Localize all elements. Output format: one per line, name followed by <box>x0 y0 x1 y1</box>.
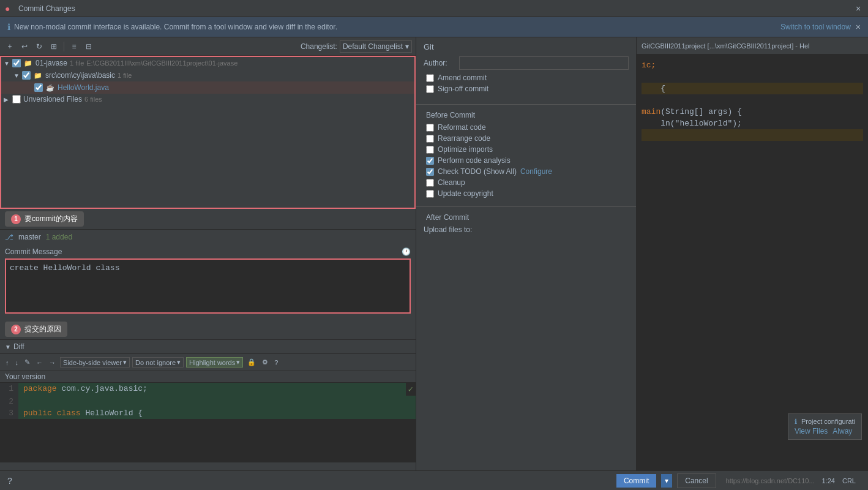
close-button[interactable]: × <box>853 4 863 13</box>
rearrange-code-row: Rearrange code <box>424 134 629 143</box>
ignore-select-arrow: ▾ <box>177 358 181 366</box>
package-name: com.cy.java.basic; <box>61 384 147 393</box>
undo-button[interactable]: ↩ <box>18 40 31 53</box>
tree-checkbox-helloworld[interactable] <box>34 83 43 92</box>
info-close-button[interactable]: × <box>856 22 861 32</box>
highlight-select[interactable]: Highlight words ▾ <box>186 357 243 368</box>
line-content-2 <box>18 396 416 407</box>
view-files-link[interactable]: View Files <box>795 427 828 435</box>
keyword-class: class <box>57 409 81 418</box>
update-copyright-checkbox[interactable] <box>426 190 434 198</box>
cleanup-checkbox[interactable] <box>426 179 434 187</box>
annotation-1-text: 要commit的内容 <box>24 214 78 224</box>
collapse-all-button[interactable]: ⊟ <box>83 40 95 53</box>
editor-line-5: main(String[] args) { <box>642 106 863 118</box>
commit-message-input[interactable]: create HelloWorld class <box>5 258 411 314</box>
ignore-select[interactable]: Do not ignore ▾ <box>132 357 184 368</box>
reformat-code-row: Reformat code <box>424 123 629 132</box>
tree-checkbox-src[interactable] <box>22 71 31 80</box>
line-ending: CRL <box>842 477 856 484</box>
rearrange-code-checkbox[interactable] <box>426 135 434 143</box>
annotation-2-bubble: 2 提交的原因 <box>5 322 67 337</box>
changelist-label: Changelist: <box>301 42 337 51</box>
changelist-select[interactable]: Default Changelist ▾ <box>340 40 412 53</box>
update-copyright-label: Update copyright <box>438 189 493 198</box>
status-url: https://blog.csdn.net/DC110... <box>726 477 815 484</box>
diff-right-button[interactable]: → <box>47 356 58 369</box>
code-line-2: 2 <box>0 396 416 407</box>
rearrange-code-label: Rearrange code <box>438 134 490 143</box>
keyword-public: public <box>23 409 52 418</box>
java-file-icon: ☕ <box>45 83 55 92</box>
editor-top-bar: GitCGBIII2011project [...\xm\GitCGBIII20… <box>637 37 868 55</box>
changelist-value: Default Changelist <box>343 42 403 51</box>
separator <box>64 42 64 51</box>
tree-checkbox-unversioned[interactable] <box>12 95 21 104</box>
tree-item-helloworld[interactable]: ☕ HelloWorld.java <box>1 81 414 94</box>
viewer-select-arrow: ▾ <box>123 358 127 366</box>
changelist-arrow: ▾ <box>405 42 409 51</box>
bottom-bar: ? Commit ▾ Cancel https://blog.csdn.net/… <box>0 470 868 490</box>
always-link[interactable]: Alway <box>832 427 852 435</box>
refresh-button[interactable]: ↻ <box>33 40 45 53</box>
perform-analysis-checkbox[interactable] <box>426 157 434 165</box>
bottom-help-button[interactable]: ? <box>7 476 12 486</box>
reformat-code-checkbox[interactable] <box>426 124 434 132</box>
commit-button[interactable]: Commit <box>616 474 656 488</box>
tree-item-name: HelloWorld.java <box>58 83 109 92</box>
expand-all-button[interactable]: ≡ <box>68 40 80 53</box>
editor-line-7 <box>642 129 863 141</box>
switch-to-tool-window-link[interactable]: Switch to tool window <box>780 23 851 31</box>
configure-link[interactable]: Configure <box>520 167 552 176</box>
tree-item-src[interactable]: ▼ 📁 src\com\cy\java\basic 1 file <box>1 69 414 81</box>
add-button[interactable]: + <box>4 40 16 53</box>
line-number-3: 3 <box>0 407 18 419</box>
title-bar-text: Commit Changes <box>18 4 853 13</box>
info-bar-right: Switch to tool window × <box>780 22 861 32</box>
keyword-package: package <box>23 384 57 393</box>
git-section: Git Author: Amend commit Sign-off commit <box>416 37 636 100</box>
diff-title: ▼ Diff <box>5 342 24 351</box>
cancel-button[interactable]: Cancel <box>677 473 716 488</box>
diff-down-button[interactable]: ↓ <box>13 356 21 369</box>
folder-icon: 📁 <box>33 70 43 80</box>
settings-button[interactable]: ⚙ <box>260 356 270 369</box>
notification-message: Project configurati <box>801 418 855 425</box>
tree-item-unversioned[interactable]: ▶ Unversioned Files 6 files <box>1 94 414 105</box>
info-icon-small: ℹ <box>795 418 797 425</box>
line-content-3: public class HelloWorld { <box>18 407 416 419</box>
help-button[interactable]: ? <box>272 356 280 369</box>
after-commit-title: After Commit <box>424 213 629 222</box>
tree-checkbox-01-javase[interactable] <box>12 59 21 67</box>
ignore-select-label: Do not ignore <box>135 359 176 366</box>
divider-2 <box>416 206 636 207</box>
editor-code-area: ic; { main(String[] args) { ln("helloWor… <box>637 55 868 470</box>
commit-arrow-button[interactable]: ▾ <box>661 474 672 488</box>
amend-commit-checkbox[interactable] <box>426 74 434 82</box>
group-button[interactable]: ⊞ <box>48 40 60 53</box>
diff-up-button[interactable]: ↑ <box>4 356 11 369</box>
diff-left-button[interactable]: ← <box>34 356 45 369</box>
check-mark: ✓ <box>406 383 416 396</box>
editor-title: GitCGBIII2011project [...\xm\GitCGBIII20… <box>642 42 810 50</box>
left-panel: + ↩ ↻ ⊞ ≡ ⊟ Changelist: Default Changeli… <box>0 37 416 470</box>
diff-chevron-icon[interactable]: ▼ <box>5 344 11 350</box>
code-view: 1 package com.cy.java.basic; ✓ 2 3 publi… <box>0 383 416 462</box>
viewer-select-label: Side-by-side viewer <box>63 359 122 366</box>
author-label: Author: <box>424 59 454 67</box>
annotation-2-text: 提交的原因 <box>24 324 61 334</box>
update-copyright-row: Update copyright <box>424 189 629 198</box>
class-name: HelloWorld { <box>85 409 143 418</box>
author-input[interactable] <box>459 56 629 70</box>
tree-item-01-javase[interactable]: ▼ 📁 01-javase 1 file E:\CGB2011III\xm\Gi… <box>1 57 414 69</box>
viewer-select[interactable]: Side-by-side viewer ▾ <box>60 357 130 368</box>
diff-edit-button[interactable]: ✎ <box>23 356 32 369</box>
commit-message-label: Commit Message <box>5 247 62 256</box>
tree-item-meta: 1 file <box>70 59 84 67</box>
optimize-imports-checkbox[interactable] <box>426 146 434 154</box>
check-todo-checkbox[interactable] <box>426 168 434 176</box>
lock-button[interactable]: 🔒 <box>245 356 258 369</box>
info-icon: ℹ <box>7 22 10 32</box>
chevron-placeholder <box>26 85 34 91</box>
signoff-commit-checkbox[interactable] <box>426 85 434 93</box>
